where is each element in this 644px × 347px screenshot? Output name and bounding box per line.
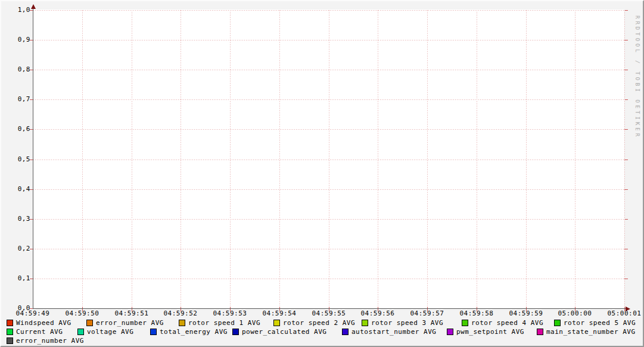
legend-swatch <box>7 320 13 326</box>
x-tick-label: 05:00:01 <box>603 310 644 317</box>
legend-label: rotor speed 1 AVG <box>188 319 260 327</box>
legend-swatch <box>273 320 280 326</box>
legend-swatch <box>7 337 13 344</box>
v-gridline <box>575 10 575 308</box>
legend-label: power_calculated AVG <box>242 328 326 336</box>
y-tick-label: 0,7 <box>15 96 30 103</box>
x-tick-label: 04:59:54 <box>259 310 300 317</box>
legend-swatch <box>77 329 84 335</box>
x-tick-label: 04:59:49 <box>12 310 54 317</box>
y-axis-arrow-icon <box>31 4 36 9</box>
legend-label: rotor speed 4 AVG <box>471 319 543 327</box>
legend-label: error_number AVG <box>16 337 84 345</box>
legend-label: rotor speed 2 AVG <box>283 319 355 327</box>
legend-swatch <box>342 329 349 335</box>
v-gridline <box>378 10 378 308</box>
v-gridline <box>329 10 329 308</box>
v-gridline <box>526 10 527 308</box>
legend-label: total_energy AVG <box>160 328 228 336</box>
x-tick-label: 04:59:51 <box>111 310 153 317</box>
y-tick-label: 0,6 <box>15 126 30 133</box>
v-gridline <box>624 10 625 308</box>
x-tick-label: 04:59:56 <box>357 310 399 317</box>
x-tick-label: 04:59:52 <box>160 310 201 317</box>
x-tick-label: 05:00:00 <box>554 310 596 317</box>
legend-label: Current AVG <box>16 328 63 336</box>
x-axis <box>33 308 626 309</box>
y-tick-label: 0,8 <box>15 66 30 73</box>
x-tick-label: 04:59:57 <box>406 310 448 317</box>
legend-swatch <box>150 329 157 335</box>
x-tick-label: 04:59:59 <box>505 310 547 317</box>
legend-swatch <box>362 320 368 326</box>
y-tick-label: 0,2 <box>15 245 30 252</box>
v-gridline <box>477 10 477 308</box>
y-tick-label: 0,1 <box>15 275 30 282</box>
legend-label: Windspeed AVG <box>16 319 71 327</box>
x-tick-label: 04:59:55 <box>308 310 350 317</box>
legend-swatch <box>7 329 13 335</box>
y-tick-label: 1,0 <box>15 7 30 14</box>
legend-swatch <box>86 320 93 326</box>
v-gridline <box>181 10 181 308</box>
x-tick-label: 04:59:53 <box>209 310 251 317</box>
legend-swatch <box>447 329 453 335</box>
legend-label: rotor speed 5 AVG <box>564 319 636 327</box>
legend-swatch <box>537 329 543 335</box>
legend-label: voltage AVG <box>87 328 133 336</box>
y-tick-label: 0,5 <box>15 156 30 163</box>
v-gridline <box>132 10 132 308</box>
legend-label: rotor speed 3 AVG <box>371 319 443 327</box>
y-tick-label: 0,9 <box>15 36 30 43</box>
y-tick-label: 0,3 <box>15 215 30 223</box>
x-tick-label: 04:59:58 <box>456 310 497 317</box>
v-gridline <box>279 10 280 308</box>
v-gridline <box>82 10 83 308</box>
v-gridline <box>427 10 428 308</box>
y-tick-label: 0,4 <box>15 186 30 193</box>
legend-label: error_number AVG <box>96 319 164 327</box>
x-tick-label: 04:59:50 <box>61 310 103 317</box>
rrdtool-graph: 1,00,90,80,70,60,50,40,30,20,10,004:59:4… <box>0 0 644 347</box>
legend-swatch <box>179 320 185 326</box>
legend-label: pwm_setpoint AVG <box>456 328 524 336</box>
legend-label: autostart_number AVG <box>351 328 436 336</box>
legend-swatch <box>554 320 561 326</box>
legend-label: main_state_number AVG <box>546 328 636 336</box>
y-axis <box>33 7 33 308</box>
legend-swatch <box>232 329 239 335</box>
v-gridline <box>230 10 231 308</box>
watermark: RRDTOOL / TOBI OETIKER <box>634 15 640 139</box>
legend-swatch <box>462 320 468 326</box>
